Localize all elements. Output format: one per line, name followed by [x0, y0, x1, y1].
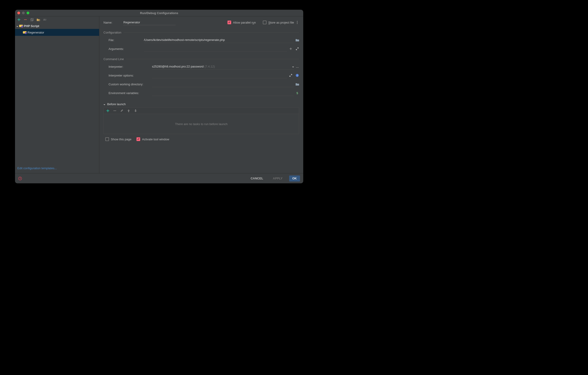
- env-vars-edit-icon[interactable]: $: [295, 91, 299, 95]
- php-script-type-icon: [23, 31, 27, 34]
- arguments-input[interactable]: [144, 47, 287, 50]
- section-command-line: Command Line: [104, 57, 299, 61]
- help-icon[interactable]: ?: [18, 177, 22, 180]
- env-vars-label: Environment variables:: [104, 91, 152, 95]
- allow-parallel-run-label: Allow parallel run: [233, 21, 256, 24]
- svg-text:?: ?: [19, 177, 21, 180]
- remove-configuration-icon[interactable]: [24, 18, 27, 21]
- env-vars-input[interactable]: [152, 91, 294, 95]
- apply-button[interactable]: APPLY: [270, 176, 286, 181]
- show-this-page-label: Show this page: [111, 138, 131, 141]
- sort-alpha-icon[interactable]: AZ: [43, 18, 46, 21]
- add-task-icon[interactable]: [106, 109, 110, 113]
- tree-item-regenerator[interactable]: Regenerator: [15, 29, 99, 36]
- before-launch-tasks: There are no tasks to run before launch: [104, 107, 299, 134]
- chevron-down-icon: [292, 65, 294, 68]
- cwd-input[interactable]: [152, 82, 294, 86]
- tree-group-label: PHP Script: [24, 24, 39, 28]
- tree-item-label: Regenerator: [28, 31, 44, 34]
- move-task-down-icon[interactable]: [134, 109, 137, 113]
- before-launch-label: Before launch: [107, 102, 126, 106]
- php-script-type-icon: [19, 24, 23, 28]
- run-debug-configurations-dialog: Run/Debug Configurations AZ: [15, 10, 303, 183]
- move-task-up-icon[interactable]: [127, 109, 130, 113]
- activate-tool-window-checkbox[interactable]: [136, 137, 140, 141]
- edit-task-icon[interactable]: [120, 109, 124, 113]
- interpreter-browse-button[interactable]: …: [296, 65, 299, 68]
- interpreter-label: Interpreter:: [104, 65, 152, 68]
- add-configuration-icon[interactable]: [17, 18, 21, 21]
- file-label: File:: [104, 38, 144, 42]
- interpreter-version: (7.4.12): [205, 65, 215, 68]
- arguments-label: Arguments:: [104, 47, 144, 51]
- store-as-project-file-checkbox[interactable]: [263, 21, 266, 24]
- configuration-main-panel: Name: Allow parallel run Store as projec…: [99, 16, 303, 173]
- close-window-button[interactable]: [17, 11, 20, 14]
- tree-group-php-script[interactable]: PHP Script: [15, 23, 99, 29]
- tasks-empty-text: There are no tasks to run before launch: [104, 114, 299, 134]
- window-controls: [17, 11, 29, 14]
- file-input[interactable]: [144, 38, 294, 42]
- sidebar-toolbar: AZ: [15, 16, 99, 23]
- configurations-sidebar: AZ PHP Script Regenerator: [15, 16, 99, 173]
- allow-parallel-run-checkbox[interactable]: [228, 21, 231, 24]
- ok-button[interactable]: OK: [289, 176, 300, 181]
- svg-rect-0: [31, 19, 32, 21]
- section-configuration: Configuration: [104, 31, 299, 34]
- save-to-folder-icon[interactable]: [37, 18, 40, 21]
- interpreter-options-input[interactable]: [152, 74, 287, 77]
- store-options-icon[interactable]: [295, 21, 299, 24]
- before-launch-toggle[interactable]: Before launch: [104, 102, 299, 106]
- expand-interpreter-options-icon[interactable]: [289, 74, 293, 77]
- svg-point-8: [297, 23, 298, 24]
- interpreter-options-label: Interpreter options:: [104, 74, 152, 77]
- browse-cwd-icon[interactable]: [295, 82, 299, 86]
- browse-file-icon[interactable]: [295, 38, 299, 42]
- titlebar: Run/Debug Configurations: [15, 10, 303, 16]
- tasks-toolbar: [104, 108, 299, 114]
- minimize-window-button[interactable]: [22, 11, 25, 14]
- svg-rect-1: [31, 18, 33, 21]
- chevron-down-icon: [16, 24, 18, 28]
- show-this-page-checkbox[interactable]: [105, 137, 109, 141]
- cwd-label: Custom working directory:: [104, 83, 152, 86]
- dialog-title: Run/Debug Configurations: [140, 11, 178, 15]
- interpreter-select[interactable]: s25280@h9.modhost.pro:22 password (7.4.1…: [152, 64, 294, 70]
- svg-point-7: [297, 22, 298, 23]
- activate-tool-window-label: Activate tool window: [142, 138, 169, 141]
- configuration-name-input[interactable]: [123, 20, 175, 25]
- copy-configuration-icon[interactable]: [30, 18, 33, 21]
- dialog-footer: ? CANCEL APPLY OK: [15, 173, 303, 183]
- expand-arguments-icon[interactable]: [295, 47, 299, 51]
- insert-macro-icon[interactable]: [289, 47, 293, 51]
- store-as-project-file-label: Store as project file: [268, 21, 294, 24]
- interpreter-value: s25280@h9.modhost.pro:22 password: [152, 65, 204, 68]
- info-icon[interactable]: i: [295, 74, 299, 77]
- chevron-down-icon: [104, 102, 105, 106]
- cancel-button[interactable]: CANCEL: [247, 176, 266, 181]
- name-label: Name:: [104, 21, 112, 24]
- svg-point-6: [297, 21, 298, 22]
- configurations-tree[interactable]: PHP Script Regenerator: [15, 23, 99, 164]
- edit-configuration-templates-link[interactable]: Edit configuration templates...: [17, 166, 57, 170]
- zoom-window-button[interactable]: [27, 11, 29, 14]
- remove-task-icon[interactable]: [113, 109, 117, 113]
